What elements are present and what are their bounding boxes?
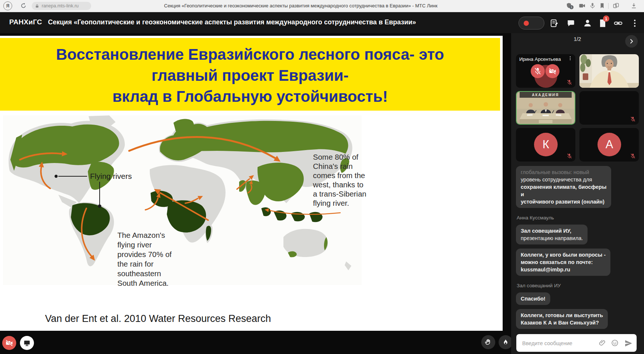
record-toggle[interactable]: [519, 17, 544, 30]
kebab-menu-icon[interactable]: [630, 18, 640, 28]
screenshare-button[interactable]: [20, 336, 34, 350]
camera-off-icon: [5, 339, 13, 347]
participant-tile-irina[interactable]: Ирина Арсентьева: [516, 54, 575, 88]
chat-sender: Анна Куссмауль: [517, 215, 639, 221]
reload-icon[interactable]: [20, 2, 27, 9]
chevron-right-icon: [628, 38, 635, 45]
flame-icon: [502, 339, 509, 346]
flying-rivers-label: Flying rivers: [90, 172, 132, 180]
banner-line: Восстановление Евразийского лесного пояс…: [56, 46, 444, 63]
agenda-icon[interactable]: [550, 18, 559, 28]
emoji-icon[interactable]: [611, 339, 619, 347]
lock-icon: [35, 4, 39, 8]
browser-bar: Я ranepa.mts-link.ru Секция «Геополитиче…: [0, 0, 644, 12]
address-bar[interactable]: ranepa.mts-link.ru: [32, 2, 91, 10]
tab-title: Секция «Геополитические и геоэкономическ…: [111, 0, 491, 12]
app-header: РАНХиГС Секция «Геополитические и геоэко…: [0, 12, 644, 33]
camera-off-icon: [548, 67, 557, 75]
world-map: Flying rivers: [3, 115, 362, 285]
slide-banner: Восстановление Евразийского лесного пояс…: [0, 38, 500, 111]
extensions-icon[interactable]: [613, 2, 620, 9]
mute-mic-button[interactable]: [531, 64, 545, 78]
message-input[interactable]: [521, 334, 597, 353]
participant-tile-empty[interactable]: [579, 91, 639, 125]
tiles-next-page-button[interactable]: [625, 35, 638, 48]
chat-message: глобальные вызовы: новый уровень сотрудн…: [516, 166, 611, 208]
chat-message: Зал совещаний ИУ, презентацию направила.: [516, 225, 588, 244]
participants-icon[interactable]: [583, 18, 592, 28]
raise-hand-button[interactable]: [481, 335, 495, 349]
session-title: Секция «Геополитические и геоэкономическ…: [48, 18, 454, 26]
amazon-note: The Amazon's flying river provides 70% o…: [117, 230, 172, 288]
banner-line: главный проект Евразии-: [151, 67, 348, 84]
participant-tile-a[interactable]: А: [579, 128, 639, 162]
china-note: Some 80% of China's rain comes from the …: [313, 152, 366, 208]
slide-citation: Van der Ent et al. 2010 Water Resources …: [45, 313, 271, 324]
hand-icon: [484, 338, 492, 346]
room-sign: АКАДЕМИЯ: [532, 93, 559, 97]
sidebar: 1/2 Ирина Арсентьева: [511, 33, 644, 354]
participant-tile-k[interactable]: К: [516, 128, 575, 162]
room-video: АКАДЕМИЯ: [517, 92, 575, 124]
message-input-bar: [516, 334, 637, 352]
muted-mic-icon: [566, 79, 572, 85]
browser-logo-icon[interactable]: Я: [3, 1, 12, 10]
avatar-initial: А: [597, 133, 621, 156]
reactions-button[interactable]: [499, 335, 513, 349]
chat-icon[interactable]: [566, 18, 576, 28]
bookmark-icon[interactable]: [599, 2, 606, 9]
chat-panel: глобальные вызовы: новый уровень сотрудн…: [516, 166, 640, 333]
attach-icon[interactable]: [598, 339, 606, 347]
download-icon[interactable]: [630, 2, 637, 9]
files-badge: 1: [603, 15, 609, 22]
brand-logo: РАНХиГС: [9, 18, 42, 26]
participant-name: Ирина Арсентьева: [519, 56, 561, 62]
chat-message: Коллеги, у кого были вопросы - можно свя…: [516, 249, 610, 276]
muted-mic-icon: [630, 153, 636, 159]
chat-sender: Зал совещаний ИУ: [517, 283, 639, 288]
mic-off-icon: [534, 67, 542, 75]
presentation-slide: Восстановление Евразийского лесного пояс…: [0, 36, 503, 331]
record-dot-icon: [524, 21, 529, 26]
shield-badge: 1: [569, 5, 574, 9]
mic-icon[interactable]: [589, 2, 596, 9]
muted-mic-icon: [630, 116, 636, 122]
link-icon[interactable]: [613, 18, 623, 28]
avatar-initial: К: [534, 133, 558, 156]
send-icon[interactable]: [624, 339, 633, 348]
monitor-icon: [23, 339, 31, 347]
tiles-pagination: 1/2: [516, 36, 639, 42]
camera-off-button[interactable]: [2, 336, 16, 350]
speaker-video: [579, 54, 639, 88]
banner-line: вклад в Глобальную устойчивость!: [112, 88, 388, 105]
tile-kebab-icon[interactable]: [568, 56, 573, 61]
camera-icon[interactable]: [579, 2, 586, 9]
muted-mic-icon: [566, 153, 572, 159]
disable-cam-button[interactable]: [545, 64, 559, 78]
participant-tile-speaker-video[interactable]: [579, 54, 639, 88]
chat-message: Спасибо!: [516, 292, 550, 305]
divider: [608, 3, 609, 9]
participant-tile-academy-room[interactable]: АКАДЕМИЯ: [516, 91, 575, 125]
chat-message: Коллеги, готовы ли выступить Казаков К А…: [516, 309, 608, 329]
url-text: ranepa.mts-link.ru: [42, 3, 79, 8]
